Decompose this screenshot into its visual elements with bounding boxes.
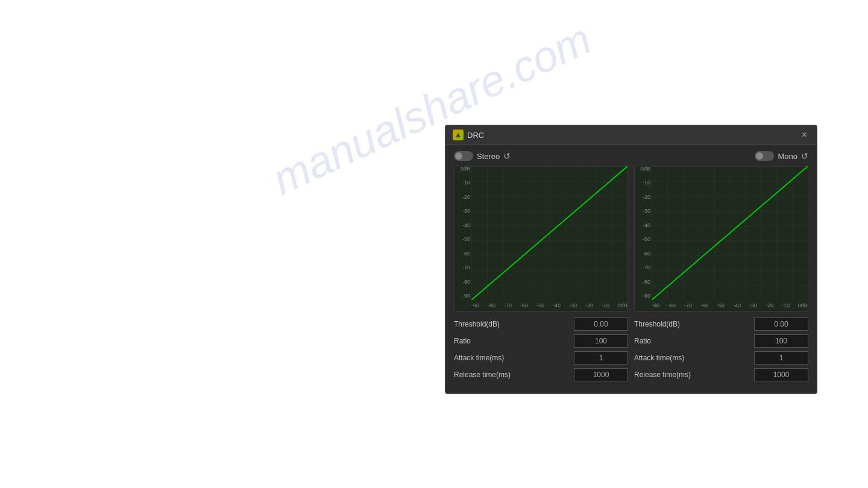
dialog-body: Stereo ↺ Mono ↺ 0dB -10 -20 -30 -40 (445, 145, 817, 393)
stereo-toggle[interactable] (454, 151, 473, 161)
close-button[interactable]: × (799, 129, 810, 141)
drc-dialog: DRC × Stereo ↺ Mono ↺ 0dB (445, 125, 817, 394)
controls-row: Threshold(dB) Ratio Attack time(ms) Rele… (454, 318, 808, 385)
mono-header: Mono ↺ (755, 151, 808, 161)
mono-x-axis: -90 -80 -70 -60 -50 -40 -30 -20 -10 0dB (652, 300, 808, 311)
mono-graph: 0dB -10 -20 -30 -40 -50 -60 -70 -80 -90 (634, 166, 808, 311)
stereo-threshold-input[interactable] (574, 318, 628, 331)
app-icon (453, 130, 464, 140)
mono-release-label: Release time(ms) (634, 371, 691, 379)
stereo-y-axis: 0dB -10 -20 -30 -40 -50 -60 -70 -80 -90 (454, 166, 471, 299)
mono-grid-area (652, 166, 808, 300)
stereo-attack-row: Attack time(ms) (454, 351, 628, 364)
graphs-row: 0dB -10 -20 -30 -40 -50 -60 -70 -80 -90 (454, 166, 808, 311)
mono-refresh-icon[interactable]: ↺ (801, 151, 808, 161)
mono-grid-svg (652, 166, 808, 300)
stereo-refresh-icon[interactable]: ↺ (503, 151, 511, 161)
mono-controls: Threshold(dB) Ratio Attack time(ms) Rele… (634, 318, 808, 385)
mono-y-axis: 0dB -10 -20 -30 -40 -50 -60 -70 -80 -90 (635, 166, 652, 299)
mono-release-input[interactable] (754, 368, 808, 381)
stereo-grid-area (471, 166, 627, 300)
stereo-release-label: Release time(ms) (454, 371, 511, 379)
stereo-release-row: Release time(ms) (454, 368, 628, 381)
stereo-controls: Threshold(dB) Ratio Attack time(ms) Rele… (454, 318, 628, 385)
mono-attack-input[interactable] (754, 351, 808, 364)
stereo-attack-label: Attack time(ms) (454, 354, 504, 362)
dialog-title: DRC (467, 131, 484, 140)
mono-threshold-row: Threshold(dB) (634, 318, 808, 331)
stereo-header: Stereo ↺ (454, 151, 511, 161)
mono-ratio-row: Ratio (634, 334, 808, 348)
mono-ratio-input[interactable] (754, 334, 808, 348)
stereo-graph: 0dB -10 -20 -30 -40 -50 -60 -70 -80 -90 (454, 166, 628, 311)
title-left: DRC (453, 130, 484, 140)
stereo-threshold-row: Threshold(dB) (454, 318, 628, 331)
stereo-graph-canvas: 0dB -10 -20 -30 -40 -50 -60 -70 -80 -90 (454, 166, 627, 311)
stereo-grid-svg (471, 166, 627, 300)
mono-toggle[interactable] (755, 151, 774, 161)
mono-threshold-input[interactable] (754, 318, 808, 331)
mono-attack-label: Attack time(ms) (634, 354, 684, 362)
mono-release-row: Release time(ms) (634, 368, 808, 381)
stereo-ratio-label: Ratio (454, 337, 471, 345)
stereo-x-axis: -90 -80 -70 -60 -50 -40 -30 -20 -10 0dB (471, 300, 627, 311)
channels-row: Stereo ↺ Mono ↺ (454, 151, 808, 161)
mono-attack-row: Attack time(ms) (634, 351, 808, 364)
mono-threshold-label: Threshold(dB) (634, 320, 680, 328)
stereo-label: Stereo (477, 152, 500, 161)
stereo-ratio-row: Ratio (454, 334, 628, 348)
stereo-attack-input[interactable] (574, 351, 628, 364)
mono-label: Mono (778, 152, 797, 161)
mono-graph-canvas: 0dB -10 -20 -30 -40 -50 -60 -70 -80 -90 (635, 166, 808, 311)
stereo-release-input[interactable] (574, 368, 628, 381)
title-bar: DRC × (445, 125, 817, 145)
stereo-threshold-label: Threshold(dB) (454, 320, 500, 328)
mono-ratio-label: Ratio (634, 337, 651, 345)
stereo-ratio-input[interactable] (574, 334, 628, 348)
